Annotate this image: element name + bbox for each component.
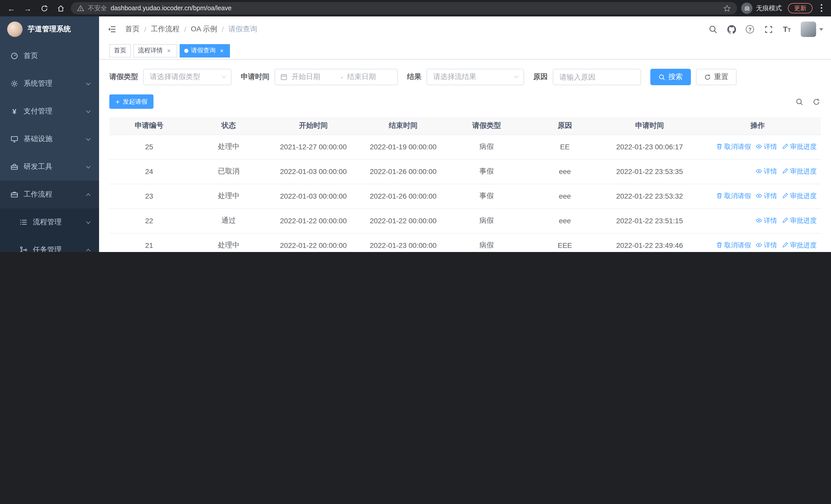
cell-apply-time: 2022-01-22 23:51:15 xyxy=(605,208,694,233)
app-title: 芋道管理系统 xyxy=(28,25,71,34)
tab-home[interactable]: 首页 xyxy=(109,44,131,57)
cell-status: 已取消 xyxy=(189,159,268,184)
hamburger-icon[interactable] xyxy=(107,24,117,34)
apply-time-label: 申请时间 xyxy=(241,72,269,82)
breadcrumb-workflow[interactable]: 工作流程 xyxy=(151,25,180,34)
edit-icon xyxy=(782,193,789,199)
sidebar-item-payment-management[interactable]: ¥ 支付管理 xyxy=(0,97,99,125)
approval-progress-link[interactable]: 审批进度 xyxy=(782,241,816,250)
leave-type-select[interactable]: 请选择请假类型 xyxy=(143,69,231,85)
eye-icon xyxy=(755,193,762,199)
reason-input[interactable] xyxy=(553,69,641,85)
cell-start-time: 2022-01-03 00:00:00 xyxy=(268,159,358,184)
tab-close-icon[interactable]: × xyxy=(165,47,172,54)
detail-link[interactable]: 详情 xyxy=(755,241,777,250)
header-search-icon[interactable] xyxy=(708,25,718,34)
app-logo[interactable]: 芋道管理系统 xyxy=(0,17,99,42)
table-toolbar: + 发起请假 xyxy=(109,94,821,109)
cell-apply-time: 2022-01-22 23:53:35 xyxy=(605,159,694,184)
table-row: 24已取消2022-01-03 00:00:002022-01-26 00:00… xyxy=(109,159,821,184)
approval-progress-link[interactable]: 审批进度 xyxy=(782,167,816,176)
help-icon[interactable]: ? xyxy=(745,25,754,34)
result-select[interactable]: 请选择流结果 xyxy=(427,69,524,85)
tags-view: 首页 流程详情 × 请假查询 × xyxy=(99,42,831,60)
list-icon xyxy=(20,218,28,226)
briefcase-icon xyxy=(10,190,19,199)
sidebar-item-workflow[interactable]: 工作流程 xyxy=(0,181,99,208)
detail-link[interactable]: 详情 xyxy=(755,216,777,225)
search-icon xyxy=(659,73,665,80)
cell-leave-type: 病假 xyxy=(448,233,525,252)
cell-status: 处理中 xyxy=(189,233,268,252)
cell-apply-id: 22 xyxy=(109,208,189,233)
col-apply-time: 申请时间 xyxy=(605,117,694,135)
detail-link[interactable]: 详情 xyxy=(755,191,777,201)
monitor-icon xyxy=(10,135,19,143)
cell-apply-id: 25 xyxy=(109,135,189,159)
approval-progress-link[interactable]: 审批进度 xyxy=(782,191,816,201)
tab-close-icon[interactable]: × xyxy=(218,47,225,54)
cell-status: 处理中 xyxy=(189,184,268,208)
cell-status: 处理中 xyxy=(189,135,268,159)
table-tools xyxy=(795,97,821,106)
sidebar-item-infrastructure[interactable]: 基础设施 xyxy=(0,125,99,153)
start-date-placeholder: 开始日期 xyxy=(291,72,337,82)
cell-actions: 取消请假详情审批进度 xyxy=(694,233,821,252)
col-end-time: 结束时间 xyxy=(358,117,448,135)
leave-table: 申请编号 状态 开始时间 结束时间 请假类型 原因 申请时间 操作 25处理中2… xyxy=(109,117,821,252)
approval-progress-link[interactable]: 审批进度 xyxy=(782,142,816,151)
trash-icon xyxy=(716,242,723,249)
reason-label: 原因 xyxy=(533,72,548,82)
tab-leave-query[interactable]: 请假查询 × xyxy=(180,44,230,57)
col-actions: 操作 xyxy=(694,117,821,135)
toggle-search-icon[interactable] xyxy=(795,97,804,106)
bookmark-star-icon[interactable] xyxy=(723,4,731,12)
user-menu[interactable] xyxy=(801,22,823,37)
browser-back-button[interactable]: ← xyxy=(5,2,18,14)
cell-actions: 取消请假详情审批进度 xyxy=(694,184,821,208)
sidebar-item-task-management[interactable]: 任务管理 xyxy=(0,236,99,252)
breadcrumb-home[interactable]: 首页 xyxy=(125,25,140,34)
calendar-icon xyxy=(280,73,287,81)
apply-time-range-picker[interactable]: 开始日期 - 结束日期 xyxy=(275,69,398,85)
font-size-icon[interactable]: TT xyxy=(782,25,792,34)
cancel-leave-link[interactable]: 取消请假 xyxy=(716,142,751,151)
browser-reload-button[interactable] xyxy=(38,2,50,14)
detail-link[interactable]: 详情 xyxy=(755,142,777,151)
breadcrumb-oa-example[interactable]: OA 示例 xyxy=(191,25,218,34)
sidebar-item-process-management[interactable]: 流程管理 xyxy=(0,208,99,236)
chevron-down-icon xyxy=(86,81,91,85)
browser-home-button[interactable] xyxy=(54,2,67,14)
chevron-down-icon xyxy=(86,164,91,168)
plus-icon: + xyxy=(115,98,120,105)
trash-icon xyxy=(716,144,723,150)
detail-link[interactable]: 详情 xyxy=(755,167,777,176)
app-logo-image xyxy=(7,22,23,37)
col-leave-type: 请假类型 xyxy=(448,117,525,135)
sidebar-item-home[interactable]: 首页 xyxy=(0,42,99,70)
reset-button[interactable]: 重置 xyxy=(696,69,737,85)
refresh-table-icon[interactable] xyxy=(811,97,821,106)
sidebar-item-dev-tools[interactable]: 研发工具 xyxy=(0,153,99,181)
chevron-up-icon xyxy=(86,193,91,198)
cancel-leave-link[interactable]: 取消请假 xyxy=(716,191,751,201)
browser-chrome: ← → 不安全 dashboard.yudao.iocoder.cn/bpm/o… xyxy=(0,0,831,17)
security-label: 不安全 xyxy=(88,4,107,12)
search-button[interactable]: 搜索 xyxy=(650,69,691,85)
sidebar-item-system-management[interactable]: 系统管理 xyxy=(0,70,99,97)
cell-start-time: 2022-01-22 00:00:00 xyxy=(268,233,358,252)
tab-process-detail[interactable]: 流程详情 × xyxy=(134,44,177,57)
fullscreen-icon[interactable] xyxy=(764,25,773,34)
cancel-leave-link[interactable]: 取消请假 xyxy=(716,241,751,250)
github-icon[interactable] xyxy=(727,25,736,34)
table-header-row: 申请编号 状态 开始时间 结束时间 请假类型 原因 申请时间 操作 xyxy=(109,117,821,135)
chevron-down-icon xyxy=(222,74,226,78)
cell-status: 通过 xyxy=(189,208,268,233)
update-button[interactable]: 更新 xyxy=(788,3,812,13)
address-bar[interactable]: 不安全 dashboard.yudao.iocoder.cn/bpm/oa/le… xyxy=(71,2,737,14)
browser-forward-button[interactable]: → xyxy=(22,2,34,14)
approval-progress-link[interactable]: 审批进度 xyxy=(782,216,816,225)
browser-menu-icon[interactable] xyxy=(821,4,823,12)
cell-apply-time: 2022-01-22 23:53:32 xyxy=(605,184,694,208)
create-leave-button[interactable]: + 发起请假 xyxy=(109,94,153,109)
